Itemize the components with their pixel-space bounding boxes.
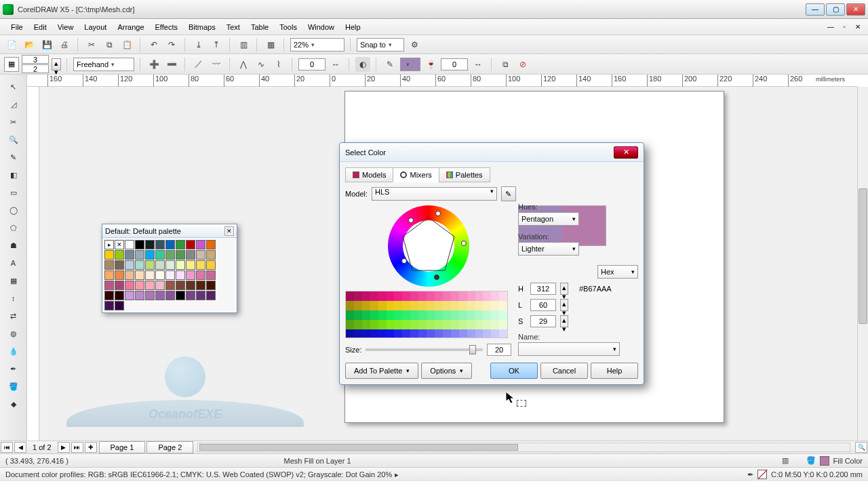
menu-view[interactable]: View (52, 21, 79, 33)
wheel-handle-active[interactable] (434, 274, 439, 280)
page-last-button[interactable]: ⏭ (71, 442, 83, 453)
palette-swatch[interactable] (206, 260, 216, 270)
variation-grid[interactable] (345, 291, 508, 338)
palette-swatch[interactable] (115, 281, 124, 290)
curve-button[interactable]: 〰 (209, 57, 224, 72)
blend-tool[interactable]: ◍ (5, 325, 22, 342)
palette-swatch[interactable] (176, 291, 185, 300)
rectangle-tool[interactable]: ▭ (5, 184, 22, 201)
outline-tool[interactable]: ✒ (5, 361, 22, 377)
menu-tools[interactable]: Tools (274, 21, 302, 33)
tab-models[interactable]: Models (345, 167, 393, 182)
palette-swatch[interactable] (186, 281, 195, 290)
page-next-button[interactable]: ▶ (58, 442, 70, 453)
palette-control[interactable]: ▸ (104, 240, 114, 249)
zoom-combo[interactable]: 22% (290, 38, 344, 52)
node-count-input[interactable] (298, 58, 326, 70)
palette-swatch[interactable] (176, 250, 185, 260)
palette-swatch[interactable] (165, 270, 175, 280)
app-launcher-button[interactable]: ▦ (263, 37, 278, 52)
palette-swatch[interactable] (135, 270, 144, 280)
window-close-button[interactable]: ✕ (846, 3, 865, 16)
freehand-tool[interactable]: ✎ (5, 149, 22, 165)
palette-swatch[interactable] (155, 281, 165, 290)
palette-swatch[interactable] (165, 281, 175, 290)
fill-indicator-icon[interactable]: 🪣 (806, 456, 816, 465)
palette-swatch[interactable] (206, 291, 216, 300)
palette-swatch[interactable] (145, 260, 155, 270)
palette-swatch[interactable] (165, 240, 175, 249)
profiles-expand-icon[interactable]: ▸ (395, 470, 399, 479)
zoom-tool[interactable]: 🔍 (5, 131, 22, 148)
palette-swatch[interactable] (176, 270, 185, 280)
palette-swatch[interactable] (145, 281, 155, 290)
new-button[interactable]: 📄 (4, 37, 19, 52)
menu-arrange[interactable]: Arrange (112, 21, 149, 33)
wheel-handle[interactable] (435, 211, 441, 216)
ellipse-tool[interactable]: ◯ (5, 202, 22, 218)
palette-swatch[interactable] (155, 270, 165, 280)
palette-close-button[interactable]: ✕ (224, 226, 234, 236)
dimension-tool[interactable]: ↕ (5, 290, 22, 306)
wheel-handle[interactable] (408, 218, 414, 223)
palette-swatch[interactable] (206, 250, 216, 260)
palette-swatch[interactable] (135, 260, 144, 270)
color-palette-docker[interactable]: Default: Default palette ✕ ▸✕ (102, 224, 237, 313)
print-button[interactable]: 🖨 (57, 37, 72, 52)
eyedropper-tool[interactable]: 💧 (5, 343, 22, 359)
add-node-button[interactable]: ➕ (146, 57, 161, 72)
palette-swatch[interactable] (135, 291, 144, 300)
undo-button[interactable]: ↶ (146, 37, 161, 52)
node-nav-button[interactable]: ↔ (328, 57, 343, 72)
options-button[interactable]: ⚙ (407, 37, 422, 52)
palette-swatch[interactable] (135, 250, 144, 260)
hscroll-thumb[interactable] (199, 444, 518, 451)
vscroll-thumb[interactable] (859, 188, 867, 324)
size-input[interactable] (487, 344, 511, 356)
text-tool[interactable]: A (5, 255, 22, 271)
outline-indicator-icon[interactable]: ✒ (747, 470, 753, 479)
palette-swatch[interactable] (165, 260, 175, 270)
line-button[interactable]: ／ (191, 57, 206, 72)
palette-swatch[interactable] (125, 250, 134, 260)
basic-shapes-tool[interactable]: ☗ (5, 237, 22, 253)
redo-button[interactable]: ↷ (164, 37, 179, 52)
palette-swatch[interactable] (186, 260, 195, 270)
cancel-button[interactable]: Cancel (540, 363, 588, 379)
help-button[interactable]: Help (591, 363, 638, 379)
palette-swatch[interactable] (104, 250, 114, 260)
tool-mode-combo[interactable]: Freehand (73, 58, 134, 71)
palette-swatch[interactable] (104, 301, 114, 310)
palette-swatch[interactable] (186, 270, 195, 280)
save-button[interactable]: 💾 (39, 37, 54, 52)
copy-mesh-button[interactable]: ⧉ (498, 57, 513, 72)
wheel-handle[interactable] (461, 241, 467, 246)
page-first-button[interactable]: ⏮ (1, 442, 13, 453)
page-prev-button[interactable]: ◀ (14, 442, 26, 453)
smart-fill-tool[interactable]: ◧ (5, 167, 22, 183)
import-button[interactable]: ⤓ (191, 37, 206, 52)
window-minimize-button[interactable]: — (806, 3, 825, 16)
l-input[interactable] (530, 299, 556, 311)
mesh-toggle-button[interactable]: ◐ (355, 57, 370, 72)
page-tab-2[interactable]: Page 2 (146, 441, 193, 453)
variation-combo[interactable]: Lighter (518, 242, 579, 256)
palette-swatch[interactable] (196, 270, 205, 280)
polygon-tool[interactable]: ⬠ (5, 220, 22, 236)
palette-swatch[interactable] (115, 291, 124, 300)
h-spinner[interactable]: ▴▾ (560, 283, 568, 295)
palette-swatch[interactable] (145, 270, 155, 280)
grid-spinner[interactable]: ▴▾ (52, 58, 61, 70)
palette-swatch[interactable] (186, 291, 195, 300)
delete-node-button[interactable]: ➖ (164, 57, 179, 72)
add-to-palette-button[interactable]: Add To Palette (345, 363, 418, 379)
palette-swatch[interactable] (104, 281, 114, 290)
outline-swatch[interactable] (757, 470, 767, 479)
palette-swatch[interactable] (196, 240, 205, 249)
name-combo[interactable] (518, 342, 620, 356)
eyedropper-button-dialog[interactable]: ✎ (501, 186, 516, 201)
crop-tool[interactable]: ✂ (5, 114, 22, 130)
table-tool[interactable]: ▦ (5, 272, 22, 289)
palette-swatch[interactable] (206, 270, 216, 280)
menu-file[interactable]: File (5, 21, 28, 33)
